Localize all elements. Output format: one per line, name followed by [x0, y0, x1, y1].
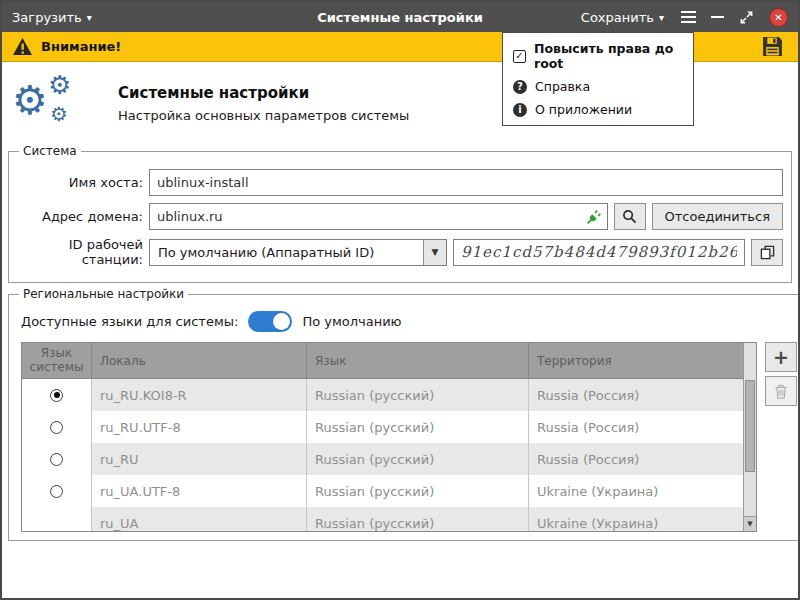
plus-icon: +	[773, 346, 789, 368]
language-cell: Russian (русский)	[307, 379, 529, 411]
toggle-state-label: По умолчанию	[302, 314, 401, 329]
gears-icon: ⚙ ⚙ ⚙	[12, 76, 76, 134]
disconnect-button[interactable]: Отсоединиться	[652, 203, 784, 230]
locales-table-zone: Язык системыЛокальЯзыкТерритория ru_RU.K…	[21, 342, 797, 532]
territory-cell: Russia (Россия)	[529, 411, 743, 443]
toggle-knob	[273, 313, 290, 330]
plug-connected-icon	[586, 208, 603, 225]
locale-radio[interactable]	[50, 453, 63, 466]
system-language-cell	[22, 411, 92, 443]
domain-label: Адрес домена:	[17, 209, 143, 224]
menu-item-label: Справка	[535, 79, 590, 94]
gear-small-icon: ⚙	[50, 104, 68, 124]
language-cell: Russian (русский)	[307, 411, 529, 443]
app-menu: ✓Повысить права до root?СправкаiО прилож…	[502, 32, 694, 126]
menu-item-label: Повысить права до root	[534, 41, 683, 71]
save-button[interactable]: Сохранить ▾	[579, 10, 666, 25]
column-header: Язык системы	[22, 343, 92, 378]
page-subtitle: Настройка основных параметров системы	[118, 108, 409, 123]
minimize-button[interactable]	[711, 16, 724, 18]
save-floppy-icon[interactable]	[761, 35, 784, 58]
close-button[interactable]: ✕	[769, 8, 788, 27]
menu-item[interactable]: ?Справка	[503, 75, 693, 98]
table-header: Язык системыЛокальЯзыкТерритория	[22, 343, 743, 379]
warning-icon	[12, 37, 33, 56]
table-action-buttons: +	[765, 342, 797, 406]
system-language-cell	[22, 475, 92, 507]
save-button-label: Сохранить	[581, 10, 654, 25]
app-window: Загрузить ▾ Системные настройки Сохранит…	[0, 0, 800, 600]
titlebar: Загрузить ▾ Системные настройки Сохранит…	[2, 2, 798, 32]
menu-item[interactable]: ✓Повысить права до root	[503, 37, 693, 75]
languages-toggle[interactable]	[248, 311, 292, 332]
languages-toggle-row: Доступные языки для системы: По умолчани…	[21, 311, 797, 332]
search-icon	[622, 209, 637, 224]
column-header: Территория	[529, 343, 743, 378]
warning-text: Внимание!	[41, 39, 121, 54]
scrollbar-thumb[interactable]	[745, 380, 755, 472]
hamburger-icon	[681, 11, 696, 23]
table-scrollbar[interactable]: ▼	[743, 343, 756, 531]
copy-button[interactable]	[751, 239, 783, 266]
delete-locale-button[interactable]	[765, 376, 797, 406]
expand-icon	[739, 10, 754, 25]
territory-cell: Ukraine (Украина)	[529, 507, 743, 532]
add-locale-button[interactable]: +	[765, 342, 797, 372]
table-row[interactable]: ru_UARussian (русский)Ukraine (Украина)	[22, 507, 743, 532]
gear-large-icon: ⚙	[12, 80, 48, 120]
column-header: Локаль	[92, 343, 307, 378]
languages-label: Доступные языки для системы:	[21, 314, 238, 329]
locale-cell: ru_UA.UTF-8	[92, 475, 307, 507]
menu-item-label: О приложении	[535, 102, 632, 117]
domain-input-wrap	[149, 203, 608, 230]
scroll-down-button[interactable]: ▼	[744, 516, 756, 531]
search-button[interactable]	[614, 203, 646, 230]
language-cell: Russian (русский)	[307, 443, 529, 475]
locale-cell: ru_RU.UTF-8	[92, 411, 307, 443]
table-row[interactable]: ru_UA.UTF-8Russian (русский)Ukraine (Укр…	[22, 475, 743, 507]
domain-input[interactable]	[149, 203, 608, 230]
table-body: ru_RU.KOI8-RRussian (русский)Russia (Рос…	[22, 379, 756, 532]
menu-button[interactable]	[681, 11, 696, 23]
column-header: Язык	[307, 343, 529, 378]
menu-item[interactable]: iО приложении	[503, 98, 693, 121]
info-icon: i	[513, 103, 527, 117]
locale-radio[interactable]	[50, 389, 63, 402]
hostname-input[interactable]	[149, 169, 783, 196]
locale-radio[interactable]	[50, 421, 63, 434]
locale-cell: ru_RU.KOI8-R	[92, 379, 307, 411]
table-row[interactable]: ru_RU.UTF-8Russian (русский)Russia (Росс…	[22, 411, 743, 443]
load-button-label: Загрузить	[12, 10, 82, 25]
system-language-cell	[22, 507, 92, 532]
chevron-down-icon: ▾	[659, 12, 664, 23]
gear-medium-icon: ⚙	[48, 72, 71, 98]
help-icon: ?	[513, 80, 527, 94]
minimize-icon	[711, 16, 724, 18]
root-checkbox-icon: ✓	[513, 50, 526, 63]
table-row[interactable]: ru_RU.KOI8-RRussian (русский)Russia (Рос…	[22, 379, 743, 411]
chevron-down-icon: ▾	[87, 12, 92, 23]
trash-icon	[774, 384, 788, 399]
copy-icon	[760, 245, 775, 260]
system-language-cell	[22, 379, 92, 411]
maximize-button[interactable]	[739, 10, 754, 25]
station-id-label: ID рабочей станции:	[17, 237, 143, 267]
locale-cell: ru_RU	[92, 443, 307, 475]
territory-cell: Russia (Россия)	[529, 379, 743, 411]
language-cell: Russian (русский)	[307, 475, 529, 507]
window-title: Системные настройки	[317, 10, 483, 25]
station-id-select[interactable]: По умолчанию (Аппаратный ID) ▼	[149, 239, 447, 266]
station-id-value-field[interactable]	[453, 239, 745, 266]
system-language-cell	[22, 443, 92, 475]
close-icon: ✕	[769, 8, 788, 27]
locale-cell: ru_UA	[92, 507, 307, 532]
locale-radio[interactable]	[50, 485, 63, 498]
language-cell: Russian (русский)	[307, 507, 529, 532]
load-button[interactable]: Загрузить ▾	[2, 2, 102, 32]
page-title: Системные настройки	[118, 84, 409, 102]
system-fieldset: Система Имя хоста: Адрес домена:	[8, 144, 792, 283]
territory-cell: Ukraine (Украина)	[529, 475, 743, 507]
table-row[interactable]: ru_RURussian (русский)Russia (Россия)	[22, 443, 743, 475]
station-id-selected-option: По умолчанию (Аппаратный ID)	[150, 245, 423, 260]
regional-fieldset: Региональные настройки Доступные языки д…	[8, 287, 800, 541]
